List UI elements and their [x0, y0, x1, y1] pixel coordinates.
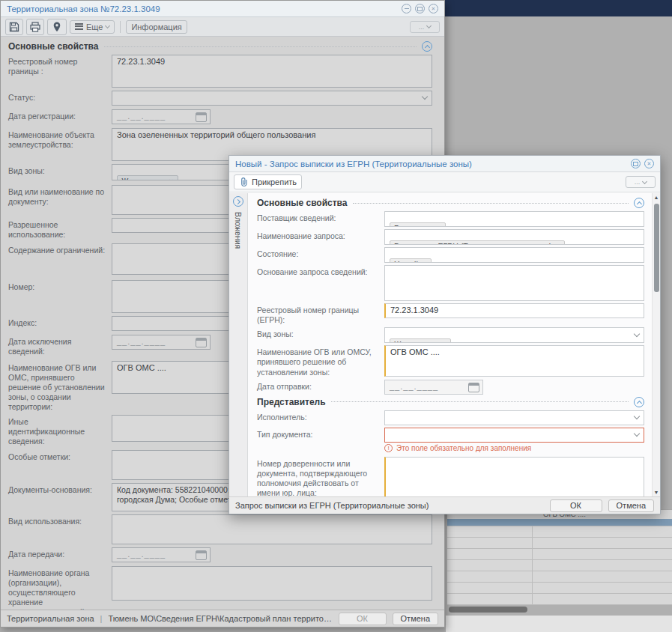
window-title: Территориальная зона №72.23.1.3049 [7, 4, 398, 13]
field-label: Исполнитель: [257, 410, 384, 422]
field-label: Вид использования: [8, 514, 112, 526]
egrn-number-field[interactable]: 72.23.1.3049 [384, 303, 644, 318]
provider-field[interactable]: Росреестр [384, 211, 644, 227]
section-header-representative: Представитель [257, 397, 644, 407]
calendar-icon[interactable] [196, 338, 207, 347]
table-row[interactable] [447, 594, 672, 605]
collapse-section-icon[interactable] [422, 41, 432, 52]
information-button[interactable]: Информация [126, 20, 187, 34]
collapse-section-icon[interactable] [634, 397, 644, 407]
ogv-name-field[interactable]: ОГВ ОМС .... [384, 345, 644, 377]
field-row: Наименование органа (организации), осуще… [8, 566, 432, 610]
field-label: Вид или наименование по документу: [8, 185, 112, 207]
egrn-request-modal: Новый - Запрос выписки из ЕГРН (Территор… [228, 155, 661, 514]
expand-panel-icon[interactable] [233, 196, 243, 207]
close-icon[interactable] [429, 4, 438, 13]
section-rule [353, 203, 629, 204]
vertical-scrollbar[interactable]: ▲ ▼ [652, 193, 660, 496]
attach-label: Прикрепить [252, 177, 297, 186]
exclusion-date-input[interactable]: __.__.____ [112, 335, 211, 350]
field-label: Статус: [8, 91, 112, 103]
table-row-selected[interactable] [447, 519, 672, 526]
field-row: Номер доверенности или документа, подтве… [257, 457, 644, 496]
field-label: Реестровый номер границы : [8, 55, 112, 76]
table-row[interactable] [447, 538, 672, 549]
field-row: Статус: [8, 91, 432, 106]
table-row[interactable] [447, 549, 672, 560]
horizontal-scrollbar[interactable] [447, 605, 672, 614]
storage-org-field[interactable] [112, 566, 432, 601]
field-label: Особые отметки: [8, 450, 112, 462]
field-row: Наименование запроса: Выписка из ЕГРН (Т… [257, 229, 644, 245]
doc-type-select[interactable] [384, 428, 644, 443]
date-placeholder: __.__.____ [390, 382, 438, 391]
reg-number-field[interactable]: 72.23.1.3049 [112, 55, 432, 88]
save-icon [8, 21, 20, 33]
tab-attachments[interactable]: Вложения [234, 212, 243, 249]
scrollbar-thumb[interactable] [654, 204, 659, 292]
send-date-input[interactable]: __.__.____ [384, 380, 483, 395]
field-row: Состояние: Новый [257, 247, 644, 263]
remove-tag-icon[interactable] [556, 242, 560, 245]
state-field[interactable]: Новый [384, 247, 644, 263]
side-tab-strip: Вложения [229, 193, 248, 496]
close-icon[interactable] [644, 159, 654, 168]
paperclip-icon [239, 177, 249, 187]
cancel-button[interactable]: Отмена [608, 499, 654, 512]
table-row[interactable] [447, 526, 672, 538]
modal-titlebar: Новый - Запрос выписки из ЕГРН (Территор… [229, 156, 660, 172]
executor-select[interactable] [384, 410, 644, 425]
remove-tag-icon[interactable] [169, 177, 173, 180]
reg-date-input[interactable]: __.__.____ [112, 109, 211, 124]
scrollbar-thumb[interactable] [449, 607, 527, 613]
calendar-icon[interactable] [468, 383, 479, 392]
modal-menu-button[interactable]: ... [626, 176, 656, 188]
more-menu-button[interactable]: Еще [70, 20, 115, 34]
attach-button[interactable]: Прикрепить [234, 174, 302, 189]
request-name-field[interactable]: Выписка из ЕГРН (Территориальные зоны) [384, 229, 644, 245]
field-label: Наименование объекта землеустройства: [8, 128, 112, 150]
table-row[interactable] [447, 560, 672, 571]
scroll-up-icon[interactable]: ▲ [653, 195, 660, 200]
remove-tag-icon[interactable] [441, 340, 446, 343]
screen: ОГВ ОМС .... Территориальная зона №72.23… [0, 0, 672, 632]
tag-chip: Выписка из ЕГРН (Территориальные зоны) [390, 240, 565, 245]
calendar-icon[interactable] [196, 550, 207, 560]
field-label: Номер доверенности или документа, подтве… [257, 457, 384, 496]
collapse-section-icon[interactable] [634, 198, 644, 208]
ok-button[interactable]: ОК [339, 613, 387, 625]
table-row[interactable] [447, 571, 672, 583]
table-row[interactable] [447, 583, 672, 594]
use-kind-field[interactable] [112, 514, 432, 544]
minimize-icon[interactable] [402, 4, 411, 13]
remove-tag-icon[interactable] [436, 224, 441, 227]
breadcrumb: Тюмень МО\Сведения ЕГРН\Кадастровый план… [108, 614, 332, 623]
window-menu-button[interactable]: ... [410, 21, 440, 33]
transfer-date-input[interactable]: __.__.____ [112, 547, 211, 562]
validation-error: Это поле обязательно для заполнения [384, 444, 644, 452]
field-label: Поставщик сведений: [257, 211, 384, 223]
calendar-icon[interactable] [196, 112, 207, 122]
table-column-divider [532, 526, 533, 605]
print-button[interactable] [26, 19, 44, 35]
field-label: Содержание ограничений: [8, 243, 112, 255]
cancel-button[interactable]: Отмена [393, 613, 438, 625]
map-pin-button[interactable] [47, 19, 67, 35]
request-basis-field[interactable] [384, 265, 644, 301]
field-row: Вид использования: [8, 514, 432, 544]
field-row: Реестровый номер границы : 72.23.1.3049 [8, 55, 432, 88]
scroll-down-icon[interactable]: ▼ [653, 490, 660, 495]
maximize-icon[interactable] [415, 4, 425, 13]
ok-button[interactable]: ОК [550, 499, 602, 512]
remove-tag-icon[interactable] [422, 260, 426, 263]
zone-type-select[interactable]: Жилая зона [384, 327, 644, 343]
section-header-main: Основные свойства [257, 198, 644, 208]
maximize-icon[interactable] [631, 159, 641, 168]
field-row: Дата отправки: __.__.____ [257, 380, 644, 395]
field-label: Тип документа: [257, 428, 384, 440]
toolbar-separator [120, 21, 121, 33]
location-pin-icon [51, 21, 63, 33]
poa-number-field[interactable] [384, 457, 644, 496]
save-button[interactable] [5, 19, 23, 35]
status-select[interactable] [112, 91, 432, 106]
